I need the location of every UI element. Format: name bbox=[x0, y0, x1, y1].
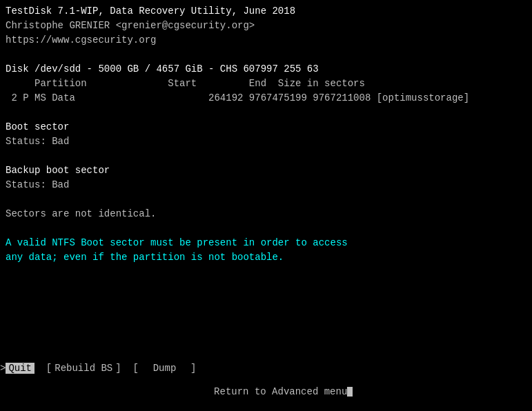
ntfs-warning-line2: any data; even if the partition is not b… bbox=[6, 250, 526, 265]
quit-button[interactable]: Quit bbox=[6, 363, 35, 374]
return-text: Return to Advanced menu bbox=[214, 386, 347, 397]
bottom-bar: >Quit [Rebuild BS] [ Dump ] Return to Ad… bbox=[0, 360, 532, 411]
rebuild-bracket-close: ] bbox=[115, 363, 121, 374]
terminal-window: TestDisk 7.1-WIP, Data Recovery Utility,… bbox=[0, 0, 532, 411]
boot-sector-status: Status: Bad bbox=[6, 134, 526, 149]
website-line: https://www.cgsecurity.org bbox=[6, 33, 526, 48]
author-line: Christophe GRENIER <grenier@cgsecurity.o… bbox=[6, 19, 526, 33]
partition-row: 2 P MS Data 264192 9767475199 9767211008… bbox=[6, 91, 526, 106]
quit-bracket-close bbox=[35, 363, 40, 374]
dump-button[interactable]: Dump bbox=[150, 363, 179, 374]
rebuild-button[interactable]: Rebuild BS bbox=[52, 363, 115, 374]
button-row: >Quit [Rebuild BS] [ Dump ] bbox=[0, 363, 532, 375]
cursor bbox=[347, 387, 353, 397]
quit-bracket-open: > bbox=[0, 363, 6, 374]
ntfs-warning-line1: A valid NTFS Boot sector must be present… bbox=[6, 236, 526, 250]
partition-header: Partition Start End Size in sectors bbox=[6, 77, 526, 91]
backup-boot-label: Backup boot sector bbox=[6, 163, 526, 178]
empty-line-2 bbox=[6, 106, 526, 120]
disk-info: Disk /dev/sdd - 5000 GB / 4657 GiB - CHS… bbox=[6, 62, 526, 77]
return-line: Return to Advanced menu bbox=[0, 375, 532, 408]
sectors-not-identical: Sectors are not identical. bbox=[6, 207, 526, 221]
dump-bracket-close: ] bbox=[179, 363, 196, 374]
empty-line-5 bbox=[6, 221, 526, 236]
rebuild-bracket-open: [ bbox=[40, 363, 52, 374]
empty-line-1 bbox=[6, 48, 526, 62]
empty-line-4 bbox=[6, 192, 526, 207]
backup-boot-status: Status: Bad bbox=[6, 178, 526, 192]
dump-bracket-open: [ bbox=[121, 363, 150, 374]
boot-sector-label: Boot sector bbox=[6, 120, 526, 134]
app-title: TestDisk 7.1-WIP, Data Recovery Utility,… bbox=[6, 4, 526, 19]
empty-line-3 bbox=[6, 149, 526, 163]
